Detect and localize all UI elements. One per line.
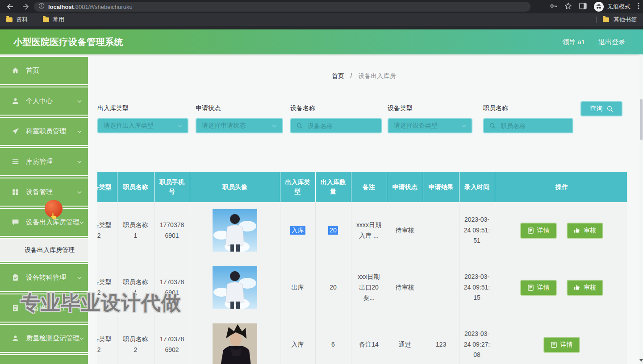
query-button-label: 查询 (590, 105, 603, 113)
sidebar-item-transfer[interactable]: 设备转科管理 (0, 263, 88, 292)
cell-apply-result: 123 (423, 316, 459, 364)
send-icon (12, 128, 19, 135)
incognito-label: 无痕模式 (607, 3, 630, 11)
side-panel-icon[interactable] (579, 3, 587, 11)
cell-device-type: 设备类型2 (97, 316, 117, 364)
sidebar-item-maintenance[interactable]: 设备维修管理 (0, 354, 88, 364)
cell-remark: xxxx日期 入库 ... (351, 202, 387, 259)
cell-remark: 备注14 (351, 316, 387, 364)
audit-button[interactable]: 审核 (567, 223, 603, 239)
col-staff-phone: 职员手机号 (154, 172, 190, 202)
url-host: localhost (48, 4, 74, 10)
sidebar: 首页 个人中心 科室职员管理 库房管理 设备管理 设备出入库房管理 设备出入库房… (0, 56, 88, 364)
staff-name-input[interactable] (500, 122, 567, 130)
cell-apply-status: 待审核 (387, 259, 423, 316)
bookmark-folder-changyong[interactable]: 常用 (43, 16, 64, 24)
detail-button[interactable]: 详情 (520, 280, 557, 296)
io-type-select[interactable]: 请选择出入库类型 (97, 118, 188, 133)
url-text: localhost:8081/#/shebeichuruku (48, 4, 133, 10)
apply-status-select[interactable]: 请选择申请状态 (196, 118, 283, 133)
sidebar-submenu-equipment-inout[interactable]: 设备出入库房管理 (0, 238, 88, 262)
bookmark-star-icon[interactable] (564, 2, 572, 12)
detail-button[interactable]: 详情 (520, 223, 557, 239)
forward-icon[interactable] (20, 0, 32, 13)
filter-label: 设备类型 (388, 104, 472, 112)
logout-link[interactable]: 退出登录 (598, 38, 625, 46)
scrollbar-thumb[interactable] (640, 99, 643, 140)
document-icon (551, 342, 557, 348)
bookmark-folder-ziliao[interactable]: 资料 (6, 16, 28, 24)
cell-remark: xxx日期 出口20 要... (351, 259, 387, 316)
chevron-down-icon (77, 100, 82, 103)
sidebar-item-equipment[interactable]: 设备管理 (0, 178, 88, 207)
sidebar-item-label: 个人中心 (26, 97, 53, 105)
cell-staff-avatar (190, 202, 280, 259)
col-device-type: 设备类型 (97, 172, 117, 202)
page-scrollbar[interactable] (639, 54, 643, 364)
col-remark: 备注 (351, 172, 387, 202)
cell-actions: 详情 审核 (495, 202, 627, 259)
url-bar[interactable]: localhost:8081/#/shebeichuruku (34, 2, 530, 12)
search-icon (296, 123, 303, 129)
cell-actions: 详情 (495, 316, 627, 364)
cell-entry-time: 2023-03-24 09:51:15 (459, 259, 495, 316)
sidebar-item-label: 科室职员管理 (26, 127, 66, 136)
col-staff-name: 职员名称 (117, 172, 154, 202)
staff-name-input-wrap (483, 118, 573, 133)
filter-label: 设备名称 (290, 104, 382, 112)
sidebar-item-equipment-inout[interactable]: 设备出入库房管理 (0, 208, 88, 237)
page-title: 小型医院医疗设备管理系统 (13, 36, 123, 48)
device-type-select[interactable]: 请选择设备类型 (388, 118, 472, 133)
sidebar-item-quality-check[interactable]: 质量检测登记管理 (0, 324, 88, 353)
other-bookmarks[interactable]: 其他书签 (596, 16, 637, 24)
select-placeholder: 请选择设备类型 (394, 122, 461, 130)
scroll-down-icon[interactable] (639, 359, 643, 362)
sidebar-item-dept-staff[interactable]: 科室职员管理 (0, 117, 88, 146)
filter-group-staff-name: 职员名称 (483, 104, 573, 133)
folder-icon (43, 17, 49, 22)
audit-button-label: 审核 (584, 225, 596, 236)
other-bookmarks-label: 其他书签 (614, 16, 637, 24)
site-info-icon[interactable] (38, 3, 45, 11)
cell-staff-avatar (190, 259, 280, 316)
staff-avatar-image[interactable] (213, 209, 257, 252)
thumb-up-icon (574, 285, 580, 291)
sidebar-item-warehouse[interactable]: 库房管理 (0, 147, 88, 176)
current-user[interactable]: 领导 a1 (562, 38, 585, 46)
breadcrumb-separator: / (351, 72, 352, 79)
bookmark-label: 资料 (16, 16, 28, 24)
device-name-input[interactable] (307, 122, 376, 130)
back-icon[interactable] (4, 0, 16, 13)
sidebar-item-label: 库房管理 (26, 157, 53, 166)
query-button[interactable]: 查询 (580, 101, 622, 116)
sidebar-item-home[interactable]: 首页 (0, 56, 88, 85)
password-key-icon[interactable] (550, 2, 557, 12)
browser-menu-icon[interactable] (638, 2, 639, 11)
chat-icon (12, 219, 19, 226)
incognito-icon (594, 2, 604, 12)
filter-label: 出入库类型 (97, 104, 188, 112)
filter-group-device-name: 设备名称 (290, 104, 382, 133)
cell-io-type: 入库 (280, 202, 315, 259)
breadcrumb-current: 设备出入库房 (358, 72, 396, 79)
staff-avatar-image[interactable] (213, 323, 257, 364)
col-staff-avatar: 职员头像 (190, 172, 280, 202)
filter-group-device-type: 设备类型 请选择设备类型 (388, 104, 472, 133)
selected-text: 20 (328, 226, 338, 235)
cell-actions: 详情 审核 (495, 259, 627, 316)
app-header: 小型医院医疗设备管理系统 领导 a1 退出登录 (0, 29, 643, 54)
staff-avatar-image[interactable] (213, 266, 257, 309)
breadcrumb-home[interactable]: 首页 (332, 72, 344, 79)
cell-staff-phone: 17703786902 (154, 316, 190, 364)
breadcrumb: 首页 / 设备出入库房 (88, 72, 639, 80)
sidebar-item-label: 质量检测登记管理 (26, 334, 79, 343)
audit-button[interactable]: 审核 (567, 280, 603, 296)
col-io-qty: 出入库数量 (315, 172, 351, 202)
sidebar-item-personal-center[interactable]: 个人中心 (0, 87, 88, 116)
detail-button[interactable]: 详情 (543, 337, 580, 353)
bookmark-label: 常用 (53, 16, 64, 24)
cell-io-qty: 20 (315, 259, 351, 316)
table-header-row: 设备类型 职员名称 职员手机号 职员头像 出入库类型 出入库数量 备注 申请状态… (97, 172, 627, 202)
filter-label: 申请状态 (196, 104, 283, 112)
sidebar-item-label: 设备管理 (26, 188, 53, 196)
